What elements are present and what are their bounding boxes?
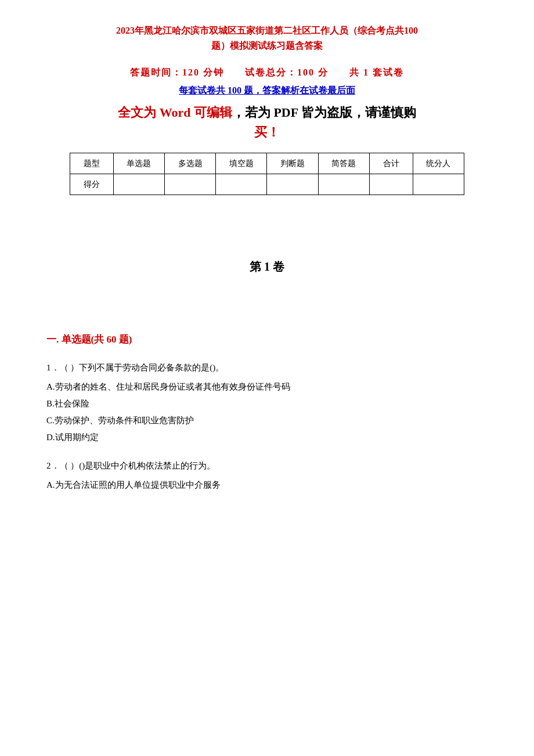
cell-judge — [267, 174, 318, 195]
question-1-text: 1．（ ）下列不属于劳动合同必备条款的是()。 — [46, 360, 488, 376]
col-short: 简答题 — [318, 153, 369, 174]
q2-prefix: （ ） — [60, 461, 80, 470]
col-judge: 判断题 — [267, 153, 318, 174]
q1-body: 下列不属于劳动合同必备条款的是()。 — [79, 363, 224, 372]
col-total: 合计 — [370, 153, 413, 174]
question-1: 1．（ ）下列不属于劳动合同必备条款的是()。 A.劳动者的姓名、住址和居民身份… — [46, 360, 488, 445]
question-2: 2．（ ）()是职业中介机构依法禁止的行为。 A.为无合法证照的用人单位提供职业… — [46, 458, 488, 493]
col-fill: 填空题 — [216, 153, 267, 174]
cell-fill — [216, 174, 267, 195]
q1-optionA: A.劳动者的姓名、住址和居民身份证或者其他有效身份证件号码 — [46, 379, 488, 395]
cell-single — [113, 174, 164, 195]
cell-multi — [164, 174, 215, 195]
word-notice2: 买！ — [46, 124, 488, 141]
score-table-data-row: 得分 — [70, 174, 464, 195]
exam-info-line: 答题时间：120 分钟 试卷总分：100 分 共 1 套试卷 — [46, 67, 488, 79]
q1-optionD: D.试用期约定 — [46, 430, 488, 445]
cell-scorer — [413, 174, 464, 195]
q1-number: 1． — [46, 363, 60, 372]
col-scorer: 统分人 — [413, 153, 464, 174]
row-label: 得分 — [70, 174, 114, 195]
q2-optionA: A.为无合法证照的用人单位提供职业中介服务 — [46, 477, 488, 493]
score-table-header-row: 题型 单选题 多选题 填空题 判断题 简答题 合计 统分人 — [70, 153, 464, 174]
exam-notice: 每套试卷共 100 题，答案解析在试卷最后面 — [46, 85, 488, 97]
cell-short — [318, 174, 369, 195]
score-table: 题型 单选题 多选题 填空题 判断题 简答题 合计 统分人 得分 — [70, 153, 464, 195]
section1-title: 一. 单选题(共 60 题) — [46, 333, 488, 346]
word-notice: 全文为 Word 可编辑，若为 PDF 皆为盗版，请谨慎购 — [46, 104, 488, 121]
col-type: 题型 — [70, 153, 114, 174]
q2-number: 2． — [46, 461, 60, 470]
total-label: 试卷总分：100 分 — [245, 67, 329, 77]
section-spacer — [46, 304, 488, 321]
q1-optionB: B.社会保险 — [46, 396, 488, 412]
volume-title: 第 1 卷 — [46, 259, 488, 275]
col-single: 单选题 — [113, 153, 164, 174]
q2-body: ()是职业中介机构依法禁止的行为。 — [79, 461, 215, 470]
page-header: 2023年黑龙江哈尔滨市双城区五家街道第二社区工作人员（综合考点共100 题）模… — [46, 23, 488, 53]
q1-prefix: （ ） — [60, 363, 80, 372]
q1-optionC: C.劳动保护、劳动条件和职业危害防护 — [46, 413, 488, 429]
section-divider — [46, 207, 488, 242]
cell-total — [370, 174, 413, 195]
col-multi: 多选题 — [164, 153, 215, 174]
sets-label: 共 1 套试卷 — [349, 67, 404, 77]
question-2-text: 2．（ ）()是职业中介机构依法禁止的行为。 — [46, 458, 488, 474]
time-label: 答题时间：120 分钟 — [130, 67, 224, 77]
page-title: 2023年黑龙江哈尔滨市双城区五家街道第二社区工作人员（综合考点共100 题）模… — [46, 23, 488, 53]
